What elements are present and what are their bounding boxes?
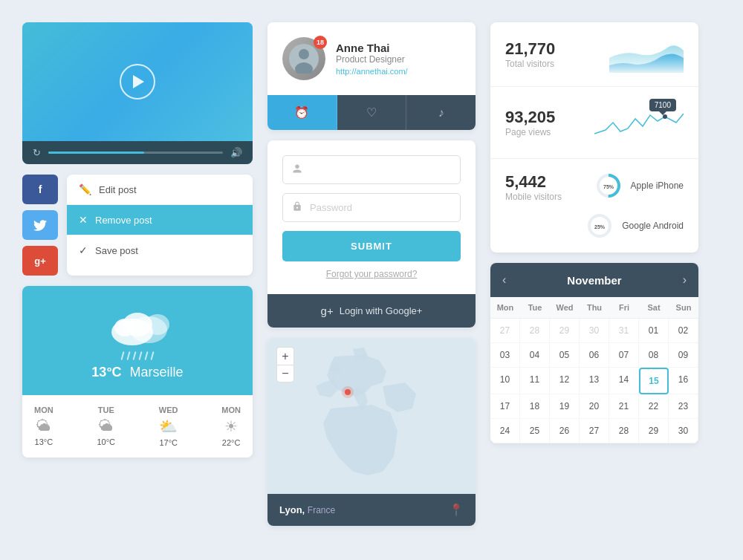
weather-forecast: MON 🌥 13°C TUE 🌥 10°C WED ⛅ 17°C xyxy=(22,395,253,458)
video-controls: ↻ 🔊 xyxy=(22,141,253,164)
calendar-day[interactable]: 20 xyxy=(580,394,609,419)
save-icon: ✓ xyxy=(79,244,88,256)
calendar-day[interactable]: 04 xyxy=(520,343,550,368)
calendar-day[interactable]: 28 xyxy=(609,419,639,443)
facebook-button[interactable]: f xyxy=(22,175,58,204)
calendar-day[interactable]: 15 xyxy=(639,368,669,394)
avatar-wrap: 18 xyxy=(282,37,325,80)
calendar-day[interactable]: 29 xyxy=(639,419,669,443)
calendar-day[interactable]: 09 xyxy=(669,343,698,368)
day-temp-3: 22°C xyxy=(222,438,241,447)
calendar-day[interactable]: 10 xyxy=(490,368,520,394)
weather-temp: 13°C Marseille xyxy=(91,365,183,380)
weekday-sun: Sun xyxy=(669,297,698,318)
map-zoom-controls: + − xyxy=(276,347,294,382)
edit-post-item[interactable]: ✏️ Edit post xyxy=(67,175,253,205)
pageviews-label: Page views xyxy=(505,127,555,137)
visitors-label: Total visitors xyxy=(505,59,555,69)
next-month-button[interactable]: › xyxy=(683,273,687,287)
zoom-out-button[interactable]: − xyxy=(276,365,294,382)
lock-icon xyxy=(292,201,302,214)
location-country: France xyxy=(308,505,335,515)
twitter-button[interactable] xyxy=(22,210,58,240)
calendar-day[interactable]: 24 xyxy=(490,419,520,443)
calendar-day[interactable]: 25 xyxy=(520,419,550,443)
calendar-day[interactable]: 18 xyxy=(520,394,550,419)
calendar-grid: Mon Tue Wed Thu Fri Sat Sun 272829303101… xyxy=(490,297,698,443)
twitter-icon xyxy=(33,220,47,231)
visitors-text: 21,770 Total visitors xyxy=(505,39,555,69)
location-city: Lyon, xyxy=(279,504,305,515)
calendar-day: 30 xyxy=(580,319,609,343)
mobile-count: 5,442 xyxy=(505,172,562,192)
temp-value: 13°C xyxy=(91,365,121,380)
username-input[interactable] xyxy=(310,164,451,175)
save-post-label: Save post xyxy=(95,245,138,256)
login-card: SUBMIT Forgot your password? g+ Login wi… xyxy=(267,140,476,328)
prev-month-button[interactable]: ‹ xyxy=(502,273,506,287)
remove-post-label: Remove post xyxy=(95,215,152,226)
day-icon-1: 🌥 xyxy=(99,417,114,434)
submit-button[interactable]: SUBMIT xyxy=(282,231,461,261)
calendar-day[interactable]: 01 xyxy=(639,319,669,343)
android-donut: 25% xyxy=(586,212,613,239)
avatar-image xyxy=(289,44,319,74)
profile-tab-music[interactable]: ♪ xyxy=(406,95,476,130)
remove-icon: ✕ xyxy=(79,214,88,226)
calendar-day[interactable]: 23 xyxy=(669,394,698,419)
profile-name: Anne Thai xyxy=(336,42,408,54)
visitors-chart xyxy=(609,36,684,73)
calendar-day[interactable]: 19 xyxy=(550,394,580,419)
profile-tab-time[interactable]: ⏰ xyxy=(267,95,337,130)
calendar-day[interactable]: 13 xyxy=(580,368,609,394)
day-name-3: MON xyxy=(221,406,241,414)
pageviews-section: 93,205 Page views 7100 xyxy=(490,87,698,159)
calendar-day[interactable]: 06 xyxy=(580,343,609,368)
password-input[interactable] xyxy=(310,202,451,213)
calendar-header: ‹ November › xyxy=(490,263,698,297)
edit-post-label: Edit post xyxy=(99,184,137,195)
volume-icon[interactable]: 🔊 xyxy=(230,147,242,158)
calendar-day[interactable]: 05 xyxy=(550,343,580,368)
calendar-day[interactable]: 21 xyxy=(609,394,639,419)
calendar-day[interactable]: 02 xyxy=(669,319,698,343)
calendar-day[interactable]: 11 xyxy=(520,368,550,394)
social-menu-row: f g+ ✏️ Edit post ✕ Remove post ✓ S xyxy=(22,175,253,276)
video-card: ↻ 🔊 xyxy=(22,22,253,164)
day-temp-2: 17°C xyxy=(159,438,178,447)
zoom-in-button[interactable]: + xyxy=(276,347,294,365)
play-button[interactable] xyxy=(120,64,155,100)
video-area xyxy=(22,22,253,141)
mobile-text: 5,442 Mobile visitors xyxy=(505,172,562,202)
save-post-item[interactable]: ✓ Save post xyxy=(67,235,253,265)
calendar-day[interactable]: 16 xyxy=(669,368,698,394)
calendar-day[interactable]: 27 xyxy=(580,419,609,443)
calendar-day[interactable]: 22 xyxy=(639,394,669,419)
day-icon-0: 🌥 xyxy=(36,417,51,434)
calendar-day[interactable]: 07 xyxy=(609,343,639,368)
weather-day-wed: WED ⛅ 17°C xyxy=(159,406,178,447)
calendar-day[interactable]: 14 xyxy=(609,368,639,394)
map-footer: Lyon, France 📍 xyxy=(267,494,476,526)
remove-post-item[interactable]: ✕ Remove post xyxy=(67,205,253,235)
weekday-sat: Sat xyxy=(639,297,669,318)
calendar-day[interactable]: 30 xyxy=(669,419,698,443)
repeat-icon[interactable]: ↻ xyxy=(33,147,41,158)
calendar-day[interactable]: 12 xyxy=(550,368,580,394)
progress-bar[interactable] xyxy=(48,152,223,154)
weather-day-mon2: MON ☀ 22°C xyxy=(221,406,241,447)
pageviews-count: 93,205 xyxy=(505,108,555,127)
calendar-weekdays: Mon Tue Wed Thu Fri Sat Sun xyxy=(490,297,698,319)
googleplus-button[interactable]: g+ xyxy=(22,246,58,276)
mobile-section: 5,442 Mobile visitors 75% Apple iPhone xyxy=(490,159,698,253)
calendar-day[interactable]: 26 xyxy=(550,419,580,443)
profile-tab-heart[interactable]: ♡ xyxy=(337,95,407,130)
weather-day-mon1: MON 🌥 13°C xyxy=(34,406,53,447)
profile-link[interactable]: http://annethai.com/ xyxy=(336,67,408,76)
day-name-0: MON xyxy=(34,406,53,414)
google-login-button[interactable]: g+ Login with Google+ xyxy=(267,294,476,328)
forgot-password-link[interactable]: Forgot your password? xyxy=(282,269,461,279)
calendar-day[interactable]: 17 xyxy=(490,394,520,419)
calendar-day[interactable]: 08 xyxy=(639,343,669,368)
calendar-day[interactable]: 03 xyxy=(490,343,520,368)
